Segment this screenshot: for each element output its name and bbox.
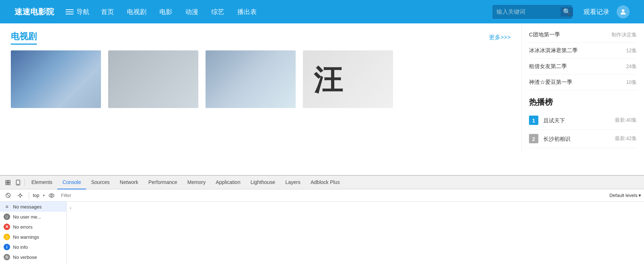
console-sidebar: ≡ No messages U No user me... ✕ No error… xyxy=(0,202,67,265)
right-panel-item: 租借女友第二季 24集 xyxy=(529,59,637,75)
rank-badge-0: 1 xyxy=(529,116,538,125)
warning-icon: ⚠ xyxy=(4,234,10,240)
svg-point-15 xyxy=(51,194,53,196)
thumbnail-3[interactable] xyxy=(303,50,393,108)
console-filter-icon[interactable] xyxy=(15,190,25,201)
content-section: 电视剧 更多>>> xyxy=(0,23,521,175)
devtools-inspect-icon[interactable] xyxy=(3,178,13,188)
hot-item-1: 2 长沙初相识 最新:42集 xyxy=(529,130,637,148)
devtools-mobile-icon[interactable] xyxy=(13,178,23,188)
right-panel-item: 神渣☆爱豆第一季 10集 xyxy=(529,75,637,90)
verbose-icon: ⚙ xyxy=(4,254,10,260)
sidebar-item-messages[interactable]: ≡ No messages xyxy=(0,202,66,212)
search-input[interactable] xyxy=(497,9,558,15)
info-icon: i xyxy=(4,244,10,250)
hot-title-1[interactable]: 长沙初相识 xyxy=(543,136,570,142)
hot-item-0: 1 且试天下 最新:40集 xyxy=(529,111,637,130)
tab-lighthouse[interactable]: Lighthouse xyxy=(246,176,281,189)
hot-section-title: 热播榜 xyxy=(529,97,637,108)
right-item-eps-0: 制作决定集 xyxy=(612,32,637,38)
svg-rect-4 xyxy=(8,183,10,185)
devtools-body: ≡ No messages U No user me... ✕ No error… xyxy=(0,202,644,265)
watch-history-link[interactable]: 观看记录 xyxy=(583,8,609,16)
nav-variety[interactable]: 综艺 xyxy=(211,8,224,16)
section-header: 电视剧 更多>>> xyxy=(11,31,511,45)
nav-label: 导航 xyxy=(76,8,89,16)
nav-schedule[interactable]: 播出表 xyxy=(237,8,257,16)
context-select[interactable]: top xyxy=(33,193,45,198)
console-toolbar: top ▾ Default levels ▾ xyxy=(0,189,644,202)
sidebar-item-verbose[interactable]: ⚙ No verbose xyxy=(0,252,66,262)
hot-eps-0: 最新:40集 xyxy=(615,117,637,123)
console-main: › xyxy=(67,202,644,265)
user-avatar[interactable] xyxy=(617,5,630,18)
hamburger-icon[interactable] xyxy=(66,9,74,14)
section-title: 电视剧 xyxy=(11,31,37,45)
tab-sources[interactable]: Sources xyxy=(86,176,115,189)
tab-separator xyxy=(25,179,25,186)
thumbnail-2[interactable] xyxy=(206,50,296,108)
tab-adblock[interactable]: Adblock Plus xyxy=(305,176,345,189)
svg-rect-1 xyxy=(6,180,8,182)
eye-icon[interactable] xyxy=(47,191,56,200)
right-item-eps-1: 12集 xyxy=(626,48,637,54)
nav-movie[interactable]: 电影 xyxy=(159,8,172,16)
svg-rect-3 xyxy=(6,183,8,185)
section-more-link[interactable]: 更多>>> xyxy=(489,34,511,41)
hot-eps-1: 最新:42集 xyxy=(615,135,637,142)
rank-badge-1: 2 xyxy=(529,134,538,143)
sidebar-item-warnings[interactable]: ⚠ No warnings xyxy=(0,232,66,242)
tab-network[interactable]: Network xyxy=(115,176,143,189)
right-item-eps-2: 24集 xyxy=(626,63,637,70)
user-messages-label: No user me... xyxy=(13,214,41,220)
thumbnail-1[interactable] xyxy=(108,50,198,108)
tab-application[interactable]: Application xyxy=(211,176,246,189)
console-expand-arrow[interactable]: › xyxy=(70,205,71,211)
nav-tv[interactable]: 电视剧 xyxy=(127,8,146,16)
svg-line-8 xyxy=(7,194,9,197)
brand-logo: 速速电影院 xyxy=(14,6,54,17)
search-button[interactable]: 🔍 xyxy=(561,7,573,17)
right-item-eps-3: 10集 xyxy=(626,79,637,86)
tab-memory[interactable]: Memory xyxy=(182,176,211,189)
svg-point-0 xyxy=(622,9,624,12)
tab-layers[interactable]: Layers xyxy=(280,176,305,189)
info-label: No info xyxy=(13,244,28,250)
right-panel-item: 冰冰冰淇淋君第二季 12集 xyxy=(529,43,637,59)
console-filter-input[interactable] xyxy=(58,192,607,199)
search-box: 🔍 xyxy=(493,5,572,19)
nav-anime[interactable]: 动漫 xyxy=(185,8,198,16)
hot-title-0[interactable]: 且试天下 xyxy=(543,117,565,123)
error-icon: ✕ xyxy=(4,224,10,230)
right-item-title-2[interactable]: 租借女友第二季 xyxy=(529,63,567,70)
console-clear-btn[interactable] xyxy=(3,190,13,201)
navbar-links: 首页 电视剧 电影 动漫 综艺 播出表 xyxy=(101,8,481,16)
sidebar-item-errors[interactable]: ✕ No errors xyxy=(0,222,66,232)
nav-menu[interactable]: 导航 xyxy=(66,8,89,16)
tab-elements[interactable]: Elements xyxy=(26,176,57,189)
right-item-title-3[interactable]: 神渣☆爱豆第一季 xyxy=(529,79,572,86)
right-item-title-0[interactable]: C团地第一季 xyxy=(529,31,560,38)
thumbnail-0[interactable] xyxy=(11,50,101,108)
sidebar-item-info[interactable]: i No info xyxy=(0,242,66,252)
right-panel-item: C团地第一季 制作决定集 xyxy=(529,27,637,43)
devtools-panel: Elements Console Sources Network Perform… xyxy=(0,175,644,265)
messages-icon: ≡ xyxy=(4,203,10,210)
context-selector[interactable]: top ▾ xyxy=(33,193,45,198)
sidebar-item-user-messages[interactable]: U No user me... xyxy=(0,212,66,222)
warnings-label: No warnings xyxy=(13,234,39,240)
nav-home[interactable]: 首页 xyxy=(101,8,114,16)
thumbnails-row xyxy=(11,50,511,108)
right-item-title-1[interactable]: 冰冰冰淇淋君第二季 xyxy=(529,47,578,54)
right-panel: C团地第一季 制作决定集 冰冰冰淇淋君第二季 12集 租借女友第二季 24集 神… xyxy=(521,23,644,152)
user-messages-icon: U xyxy=(4,214,10,220)
tab-performance[interactable]: Performance xyxy=(143,176,182,189)
messages-label: No messages xyxy=(13,204,41,210)
navbar-right: 观看记录 xyxy=(583,5,630,18)
tab-console[interactable]: Console xyxy=(57,176,86,189)
errors-label: No errors xyxy=(13,224,32,230)
devtools-tabs: Elements Console Sources Network Perform… xyxy=(0,176,644,189)
default-levels-selector[interactable]: Default levels ▾ xyxy=(609,193,641,198)
navbar: 速速电影院 导航 首页 电视剧 电影 动漫 综艺 播出表 🔍 观看记录 xyxy=(0,0,644,23)
svg-rect-2 xyxy=(8,180,10,182)
